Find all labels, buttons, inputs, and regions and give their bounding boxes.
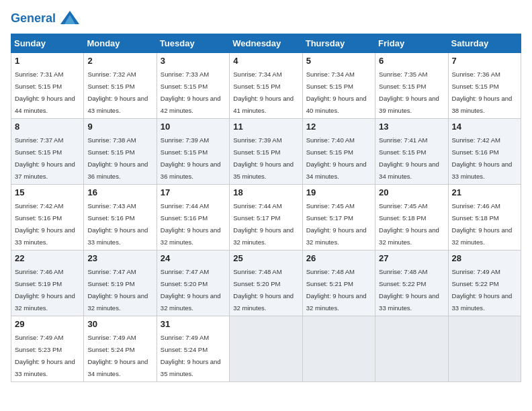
day-26: 26Sunrise: 7:48 AMSunset: 5:21 PMDayligh… (302, 250, 375, 316)
day-30: 30Sunrise: 7:49 AMSunset: 5:24 PMDayligh… (84, 316, 157, 382)
col-header-sunday: Sunday (11, 34, 84, 53)
col-header-tuesday: Tuesday (157, 34, 229, 53)
day-15: 15Sunrise: 7:42 AMSunset: 5:16 PMDayligh… (11, 185, 84, 250)
calendar-table: SundayMondayTuesdayWednesdayThursdayFrid… (11, 34, 521, 382)
day-21: 21Sunrise: 7:46 AMSunset: 5:18 PMDayligh… (448, 185, 521, 250)
day-24: 24Sunrise: 7:47 AMSunset: 5:20 PMDayligh… (157, 250, 229, 316)
day-empty (375, 316, 448, 382)
day-empty (230, 316, 302, 382)
col-header-friday: Friday (375, 34, 448, 53)
day-8: 8Sunrise: 7:37 AMSunset: 5:15 PMDaylight… (11, 119, 84, 185)
day-16: 16Sunrise: 7:43 AMSunset: 5:16 PMDayligh… (84, 185, 157, 250)
day-31: 31Sunrise: 7:49 AMSunset: 5:24 PMDayligh… (157, 316, 229, 382)
day-2: 2Sunrise: 7:32 AMSunset: 5:15 PMDaylight… (84, 53, 157, 119)
day-20: 20Sunrise: 7:45 AMSunset: 5:18 PMDayligh… (375, 185, 448, 250)
day-19: 19Sunrise: 7:45 AMSunset: 5:17 PMDayligh… (302, 185, 375, 250)
day-empty (302, 316, 375, 382)
day-10: 10Sunrise: 7:39 AMSunset: 5:15 PMDayligh… (157, 119, 229, 185)
day-13: 13Sunrise: 7:41 AMSunset: 5:15 PMDayligh… (375, 119, 448, 185)
day-23: 23Sunrise: 7:47 AMSunset: 5:19 PMDayligh… (84, 250, 157, 316)
day-7: 7Sunrise: 7:36 AMSunset: 5:15 PMDaylight… (448, 53, 521, 119)
day-1: 1Sunrise: 7:31 AMSunset: 5:15 PMDaylight… (11, 53, 84, 119)
col-header-wednesday: Wednesday (230, 34, 302, 53)
day-5: 5Sunrise: 7:34 AMSunset: 5:15 PMDaylight… (302, 53, 375, 119)
day-12: 12Sunrise: 7:40 AMSunset: 5:15 PMDayligh… (302, 119, 375, 185)
day-9: 9Sunrise: 7:38 AMSunset: 5:15 PMDaylight… (84, 119, 157, 185)
day-4: 4Sunrise: 7:34 AMSunset: 5:15 PMDaylight… (230, 53, 302, 119)
day-14: 14Sunrise: 7:42 AMSunset: 5:16 PMDayligh… (448, 119, 521, 185)
day-27: 27Sunrise: 7:48 AMSunset: 5:22 PMDayligh… (375, 250, 448, 316)
day-6: 6Sunrise: 7:35 AMSunset: 5:15 PMDaylight… (375, 53, 448, 119)
day-18: 18Sunrise: 7:44 AMSunset: 5:17 PMDayligh… (230, 185, 302, 250)
day-11: 11Sunrise: 7:39 AMSunset: 5:15 PMDayligh… (230, 119, 302, 185)
col-header-thursday: Thursday (302, 34, 375, 53)
day-25: 25Sunrise: 7:48 AMSunset: 5:20 PMDayligh… (230, 250, 302, 316)
logo-general: General (11, 11, 56, 25)
day-28: 28Sunrise: 7:49 AMSunset: 5:22 PMDayligh… (448, 250, 521, 316)
logo: General (11, 11, 79, 26)
day-3: 3Sunrise: 7:33 AMSunset: 5:15 PMDaylight… (157, 53, 229, 119)
day-17: 17Sunrise: 7:44 AMSunset: 5:16 PMDayligh… (157, 185, 229, 250)
day-empty (448, 316, 521, 382)
col-header-monday: Monday (84, 34, 157, 53)
day-29: 29Sunrise: 7:49 AMSunset: 5:23 PMDayligh… (11, 316, 84, 382)
page-header: General (11, 11, 521, 26)
day-22: 22Sunrise: 7:46 AMSunset: 5:19 PMDayligh… (11, 250, 84, 316)
col-header-saturday: Saturday (448, 34, 521, 53)
